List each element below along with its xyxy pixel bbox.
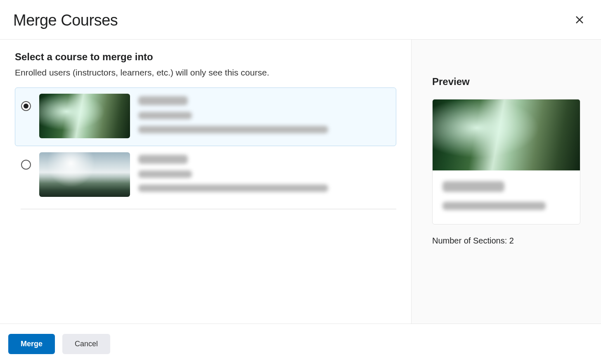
course-meta: ID: 17302 • Spring 2024 • Test Departmen… [138,184,328,192]
course-selection-pane: Select a course to merge into Enrolled u… [0,40,411,324]
course-thumbnail [39,94,130,138]
sections-count-line: Number of Sections: 2 [432,236,580,246]
dialog-footer: Merge Cancel [0,324,601,364]
dialog-header: Merge Courses [0,0,601,40]
close-button[interactable] [571,12,588,29]
preview-thumbnail [433,99,580,170]
course-radio[interactable] [21,160,31,170]
merge-courses-dialog: Merge Courses Select a course to merge i… [0,0,601,364]
preview-card: TST101-1 Test's delux Spring 2024 • [432,99,580,225]
course-title: TST101-1 [138,96,188,105]
course-radio[interactable] [21,101,31,111]
preview-course-subtitle: Test's delux Spring 2024 • [442,202,546,210]
close-icon [575,15,584,25]
preview-heading: Preview [432,76,580,87]
preview-pane: Preview TST101-1 Test's delux Spring 202… [411,40,601,324]
sections-count: 2 [509,236,514,245]
cancel-button[interactable]: Cancel [62,334,110,354]
course-title: TST101-2 [138,155,188,164]
course-option[interactable]: TST101-1 Test's delux ID: 17301 • Spring… [15,87,396,146]
preview-card-body: TST101-1 Test's delux Spring 2024 • [433,170,580,224]
merge-button[interactable]: Merge [8,334,55,354]
course-subtitle: Test's delux [138,170,192,178]
sections-label: Number of Sections: [432,236,509,245]
course-subtitle: Test's delux [138,112,192,119]
course-thumbnail [39,152,130,197]
course-text-block: TST101-1 Test's delux ID: 17301 • Spring… [138,94,390,140]
radio-icon [21,160,31,170]
radio-icon [21,101,31,111]
dialog-body: Select a course to merge into Enrolled u… [0,40,601,324]
list-separator [21,209,396,209]
selection-subheading: Select a course to merge into [15,51,396,63]
course-option[interactable]: TST101-2 Test's delux ID: 17302 • Spring… [15,146,396,205]
course-meta: ID: 17301 • Spring 2024 • Test Departmen… [138,126,328,133]
selection-helper-text: Enrolled users (instructors, learners, e… [15,68,396,78]
dialog-title: Merge Courses [13,12,118,29]
course-text-block: TST101-2 Test's delux ID: 17302 • Spring… [138,152,390,199]
preview-course-title: TST101-1 [442,181,504,192]
